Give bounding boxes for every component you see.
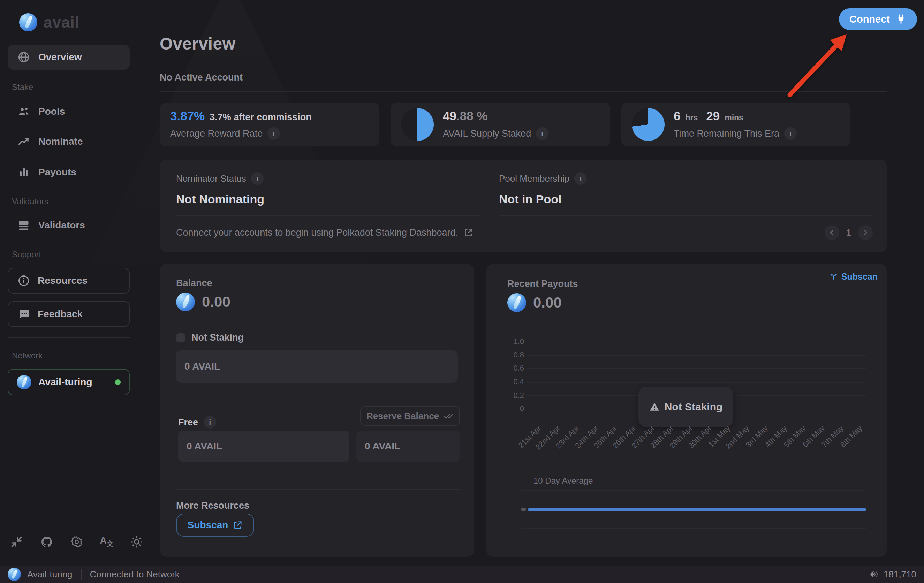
gear-icon	[71, 535, 83, 548]
gridline	[521, 528, 866, 528]
sidebar-item-label: Overview	[38, 51, 82, 63]
connect-accounts-message[interactable]: Connect your accounts to begin using Pol…	[176, 227, 474, 238]
balance-divider	[176, 489, 460, 490]
gridline	[526, 382, 866, 383]
globe-icon	[17, 51, 30, 63]
balance-card: Balance 0.00 Not Staking 0 AVAIL Free i …	[160, 264, 474, 557]
block-icon	[870, 570, 879, 579]
sidebar-item-overview[interactable]: Overview	[8, 45, 130, 70]
server-icon	[17, 219, 30, 231]
era-minutes-unit: mins	[724, 113, 743, 122]
sidebar-item-label: Pools	[38, 106, 65, 117]
subscan-link-label: Subscan	[842, 272, 878, 282]
pagination: 1	[825, 225, 873, 240]
era-time-pie-icon	[632, 108, 665, 141]
sidebar-item-payouts[interactable]: Payouts	[8, 160, 130, 185]
ten-day-average-label: 10 Day Average	[533, 476, 593, 486]
section-label-support: Support	[12, 249, 41, 259]
recent-payouts-title: Recent Payouts	[507, 279, 578, 289]
stats-row: 3.87% 3.7% after commission Average Rewa…	[160, 102, 850, 147]
supply-staked-frac: .88 %	[456, 109, 488, 123]
bar-chart-icon	[17, 166, 30, 178]
reserve-balance-toggle[interactable]: Reserve Balance	[360, 406, 460, 426]
feedback-button[interactable]: Feedback	[8, 301, 130, 327]
header-divider	[160, 91, 887, 92]
nominator-status-label: Nominator Status	[176, 173, 246, 184]
info-icon[interactable]: i	[251, 172, 264, 185]
collapse-sidebar-button[interactable]	[6, 532, 27, 552]
reserve-balance-box: 0 AVAIL	[356, 431, 460, 462]
reward-rate-value: 3.87%	[170, 109, 205, 123]
recent-payouts-card: Subscan Recent Payouts 0.00 1.0 0.8 0.6 …	[487, 264, 887, 557]
next-page-button[interactable]	[858, 225, 873, 240]
era-time-card: 6 hrs 29 mins Time Remaining This Era i	[621, 102, 850, 147]
footer-separator	[81, 569, 82, 580]
language-icon: A文	[100, 535, 114, 548]
staking-dashboard: avail Overview Stake Pools Nominate Payo…	[0, 0, 924, 583]
reward-rate-note: 3.7% after commission	[210, 112, 312, 123]
sidebar-item-label: Nominate	[38, 136, 83, 147]
warning-icon	[649, 402, 660, 412]
avail-logo-icon	[17, 375, 31, 390]
supply-staked-int: 49	[443, 109, 456, 123]
connect-button[interactable]: Connect	[839, 8, 917, 30]
plug-icon	[895, 13, 907, 25]
y-tick: 0.2	[496, 391, 524, 400]
chat-icon	[17, 308, 30, 320]
network-status-dot	[115, 379, 120, 385]
settings-button[interactable]	[66, 532, 87, 552]
nominator-status-value: Not Nominating	[176, 192, 479, 206]
github-icon	[40, 535, 53, 548]
sidebar-item-label: Payouts	[38, 167, 76, 178]
info-icon[interactable]: i	[784, 127, 797, 140]
brand: avail	[19, 13, 79, 31]
info-icon[interactable]: i	[536, 127, 548, 140]
era-hours: 6	[674, 109, 680, 123]
supply-staked-card: 49 .88 % AVAIL Supply Staked i	[391, 102, 610, 147]
y-tick: 0.6	[496, 364, 524, 373]
github-button[interactable]	[36, 532, 57, 552]
minimize-icon	[10, 535, 23, 548]
page-number: 1	[846, 227, 851, 238]
balance-amount: 0.00	[202, 294, 231, 310]
balance-title: Balance	[176, 278, 212, 289]
brand-name: avail	[44, 13, 79, 31]
footer-bar: Avail-turing Connected to Network 181,71…	[0, 566, 924, 583]
feedback-label: Feedback	[38, 309, 82, 320]
average-line-start	[521, 508, 526, 511]
free-balance-box: 0 AVAIL	[178, 431, 349, 462]
sidebar-divider	[8, 337, 130, 337]
theme-button[interactable]	[126, 532, 147, 552]
prev-page-button[interactable]	[825, 225, 839, 240]
connect-label: Connect	[850, 13, 890, 25]
footer-network-name: Avail-turing	[27, 569, 73, 580]
info-icon[interactable]: i	[204, 416, 216, 429]
x-axis-labels: 21st Apr22nd Apr23rd Apr24th Apr25th Apr…	[487, 424, 887, 476]
sidebar-item-validators[interactable]: Validators	[8, 213, 130, 238]
trend-up-icon	[17, 135, 30, 148]
subscan-button[interactable]: Subscan	[176, 514, 254, 537]
era-hours-unit: hrs	[685, 113, 698, 122]
pool-membership-block: Pool Membership i Not in Pool	[499, 172, 873, 216]
network-selector[interactable]: Avail-turing	[8, 369, 130, 395]
supply-staked-pie-icon	[401, 108, 434, 141]
era-minutes: 29	[706, 109, 720, 123]
subscan-link[interactable]: Subscan	[830, 272, 878, 282]
info-icon[interactable]: i	[267, 127, 280, 140]
info-circle-icon	[17, 274, 30, 287]
external-link-icon	[464, 228, 474, 238]
info-icon[interactable]: i	[574, 172, 587, 185]
gridline	[526, 368, 866, 369]
sidebar-item-pools[interactable]: Pools	[8, 99, 130, 124]
sidebar-item-label: Validators	[38, 220, 85, 231]
not-staking-label: Not Staking	[191, 332, 244, 343]
y-tick: 1.0	[496, 337, 524, 346]
language-button[interactable]: A文	[96, 532, 117, 552]
chevron-right-icon	[861, 229, 869, 236]
resources-button[interactable]: Resources	[8, 268, 130, 294]
users-icon	[17, 105, 30, 118]
double-check-icon	[443, 411, 454, 421]
sidebar-item-nominate[interactable]: Nominate	[8, 129, 130, 154]
gridline	[526, 342, 866, 342]
y-tick: 0	[496, 404, 524, 413]
